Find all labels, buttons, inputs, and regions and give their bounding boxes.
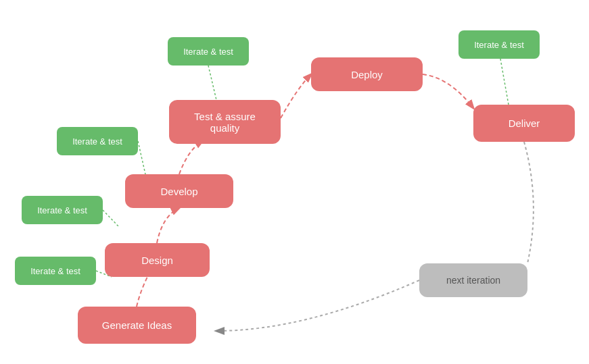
diagram-container: Generate Ideas Design Develop Test & ass… — [0, 0, 589, 364]
next-iteration-node[interactable]: next iteration — [419, 263, 527, 297]
svg-line-1 — [138, 141, 145, 174]
iterate-test-node-1[interactable]: Iterate & test — [168, 37, 249, 66]
deliver-node[interactable]: Deliver — [473, 105, 575, 142]
iterate-test-node-4[interactable]: Iterate & test — [15, 257, 96, 285]
svg-line-4 — [500, 59, 509, 105]
deploy-node[interactable]: Deploy — [311, 57, 423, 91]
iterate-test-node-3[interactable]: Iterate & test — [22, 196, 103, 224]
develop-node[interactable]: Develop — [125, 174, 233, 208]
generate-ideas-node[interactable]: Generate Ideas — [78, 307, 196, 344]
test-assure-node[interactable]: Test & assurequality — [169, 100, 281, 144]
iterate-test-node-2[interactable]: Iterate & test — [57, 127, 138, 155]
design-node[interactable]: Design — [105, 243, 210, 277]
svg-line-2 — [103, 210, 118, 226]
iterate-test-node-5[interactable]: Iterate & test — [458, 30, 540, 59]
svg-line-0 — [208, 66, 216, 100]
